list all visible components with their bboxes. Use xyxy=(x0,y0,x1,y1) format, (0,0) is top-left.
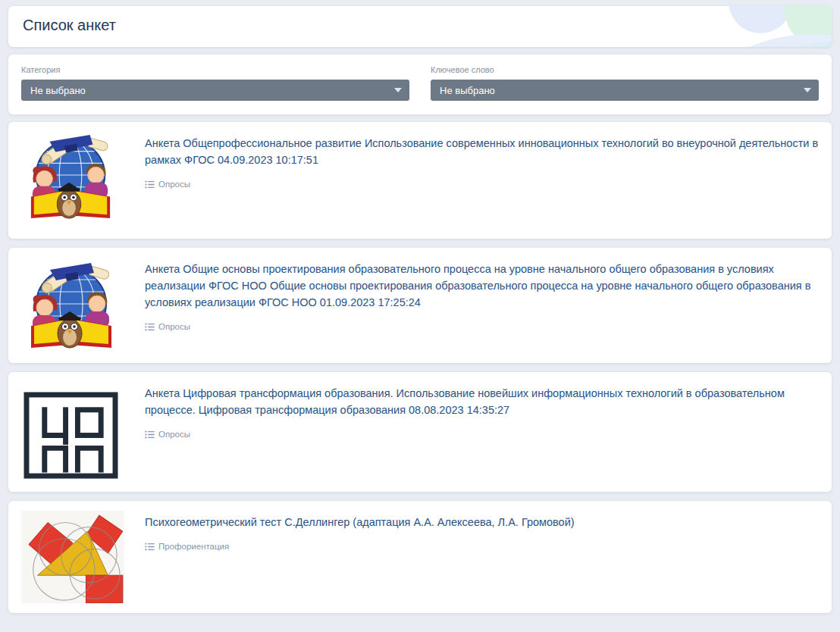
category-tag: Опросы xyxy=(145,180,819,189)
category-select[interactable]: Не выбрано xyxy=(21,80,409,101)
category-tag-label: Опросы xyxy=(158,180,190,189)
keyword-select[interactable]: Не выбрано xyxy=(431,80,819,101)
copp-logo-image xyxy=(21,382,126,482)
chevron-down-icon xyxy=(804,88,811,92)
category-filter-label: Категория xyxy=(21,65,409,74)
education-globe-kids-owl-image xyxy=(21,258,126,353)
list-icon xyxy=(145,543,155,551)
psychogeometric-shapes-image xyxy=(21,511,126,603)
keyword-filter-label: Ключевое слово xyxy=(431,65,819,74)
questionnaire-card[interactable]: Анкета Общепрофессиональное развитие Исп… xyxy=(8,122,832,239)
chevron-down-icon xyxy=(394,88,402,92)
keyword-select-value: Не выбрано xyxy=(440,85,495,96)
questionnaire-card[interactable]: Анкета Цифровая трансформация образовани… xyxy=(8,372,832,492)
questionnaire-title-link[interactable]: Анкета Общепрофессиональное развитие Исп… xyxy=(145,135,819,168)
questionnaire-title-link[interactable]: Анкета Цифровая трансформация образовани… xyxy=(145,385,819,418)
category-tag-label: Опросы xyxy=(158,322,190,331)
list-icon xyxy=(145,180,155,189)
page-header: Список анкет xyxy=(8,6,832,47)
questionnaire-title-link[interactable]: Психогеометрический тест С.Деллингер (ад… xyxy=(145,514,819,530)
category-tag: Профориентация xyxy=(145,542,819,551)
category-tag-label: Профориентация xyxy=(158,542,229,551)
page: Список анкет Категория Не выбрано Ключев… xyxy=(0,0,840,628)
filters-panel: Категория Не выбрано Ключевое слово Не в… xyxy=(8,55,832,114)
questionnaire-title-link[interactable]: Анкета Общие основы проектирования образ… xyxy=(145,261,819,311)
list-icon xyxy=(145,430,155,439)
category-tag: Опросы xyxy=(145,430,819,439)
education-globe-kids-owl-image xyxy=(21,132,126,229)
page-title: Список анкет xyxy=(8,6,832,45)
category-select-value: Не выбрано xyxy=(30,85,86,96)
category-tag-label: Опросы xyxy=(158,430,190,439)
questionnaire-card[interactable]: Психогеометрический тест С.Деллингер (ад… xyxy=(8,501,832,613)
questionnaire-card[interactable]: Анкета Общие основы проектирования образ… xyxy=(8,248,832,363)
category-tag: Опросы xyxy=(145,322,819,331)
list-icon xyxy=(145,323,155,331)
